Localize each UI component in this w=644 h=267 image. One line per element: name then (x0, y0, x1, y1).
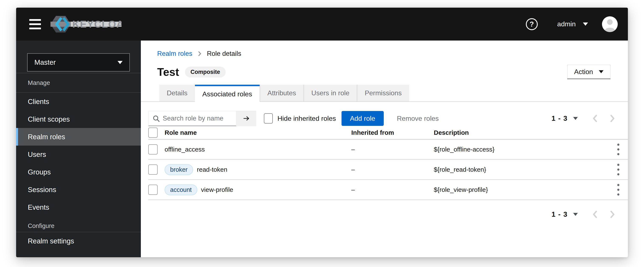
main-content: Realm roles Role details Test Composite … (141, 41, 628, 257)
search-submit-button[interactable] (236, 111, 256, 126)
action-dropdown-label: Action (574, 68, 593, 76)
row-checkbox[interactable] (148, 164, 158, 175)
sidebar: Master Manage Clients Client scopes Real… (16, 41, 141, 257)
inherited-from-value: – (351, 146, 434, 153)
hide-inherited-roles-checkbox[interactable] (264, 113, 273, 124)
sidebar-item-realm-settings[interactable]: Realm settings (16, 232, 141, 250)
client-badge: account (164, 184, 197, 195)
chevron-right-icon (610, 114, 616, 123)
pagination-range-dropdown[interactable]: 1 - 3 (552, 114, 578, 122)
page-title: Test (157, 66, 179, 78)
caret-down-icon (599, 70, 604, 73)
kebab-icon (617, 183, 620, 196)
column-header-inherited-from: Inherited from (351, 129, 434, 136)
caret-down-icon (583, 23, 588, 26)
search-input[interactable] (148, 111, 236, 126)
breadcrumb-realm-roles-link[interactable]: Realm roles (157, 50, 192, 58)
caret-down-icon (118, 61, 122, 64)
row-kebab-menu-button[interactable] (616, 162, 621, 177)
pagination-range-label: 1 - 3 (552, 114, 568, 122)
row-kebab-menu-button[interactable] (616, 182, 621, 197)
sidebar-item-events[interactable]: Events (16, 198, 141, 216)
nav-toggle-button[interactable] (29, 19, 41, 29)
arrow-right-icon (242, 115, 251, 122)
role-description: ${role_view-profile} (434, 186, 609, 193)
svg-text:KEYCLOAK: KEYCLOAK (72, 19, 122, 30)
avatar[interactable] (602, 16, 618, 32)
role-name: view-profile (201, 186, 233, 193)
hide-inherited-roles-group: Hide inherited roles (264, 113, 336, 124)
sidebar-item-groups[interactable]: Groups (16, 163, 141, 181)
chevron-right-icon (610, 210, 616, 219)
table-row: broker read-token – ${role_read-token} (148, 160, 628, 180)
table-row: account view-profile – ${role_view-profi… (148, 180, 628, 200)
sidebar-nav: Clients Client scopes Realm roles Users … (16, 93, 141, 216)
sidebar-item-realm-roles[interactable]: Realm roles (16, 128, 141, 146)
pagination-prev-button[interactable] (592, 210, 598, 219)
breadcrumb-current: Role details (207, 50, 241, 58)
tab-permissions[interactable]: Permissions (357, 85, 409, 101)
tabs: Details Associated roles Attributes User… (141, 85, 628, 102)
kebab-icon (617, 163, 620, 176)
help-icon[interactable]: ? (526, 18, 538, 30)
chevron-left-icon (592, 210, 598, 219)
app-body: Master Manage Clients Client scopes Real… (16, 41, 628, 257)
role-description: ${role_offline-access} (434, 146, 609, 153)
page-header: Realm roles Role details Test Composite … (141, 41, 628, 79)
row-checkbox[interactable] (148, 144, 158, 154)
column-header-role-name: Role name (164, 129, 351, 136)
sidebar-item-clients[interactable]: Clients (16, 93, 141, 110)
title-row: Test Composite Action (157, 65, 610, 79)
chevron-right-icon (198, 51, 201, 57)
pagination-next-button[interactable] (610, 210, 616, 219)
row-kebab-menu-button[interactable] (616, 142, 621, 157)
kebab-icon (617, 143, 620, 156)
chevron-left-icon (592, 114, 598, 123)
row-checkbox[interactable] (148, 185, 158, 195)
sidebar-item-sessions[interactable]: Sessions (16, 181, 141, 198)
pagination-bottom: 1 - 3 (552, 210, 616, 219)
add-role-button[interactable]: Add role (342, 111, 384, 126)
sidebar-item-client-scopes[interactable]: Client scopes (16, 110, 141, 128)
realm-selector-dropdown[interactable]: Master (27, 53, 130, 72)
select-all-checkbox[interactable] (148, 128, 158, 138)
pagination-prev-button[interactable] (592, 114, 598, 123)
pagination-range-dropdown[interactable]: 1 - 3 (552, 210, 578, 218)
nav-section-configure: Configure (16, 220, 141, 232)
nav-section-manage: Manage (16, 73, 141, 92)
caret-down-icon (573, 213, 578, 216)
table-row: offline_access – ${role_offline-access} (148, 140, 628, 160)
search-icon (152, 115, 160, 122)
tab-attributes[interactable]: Attributes (260, 85, 304, 101)
action-dropdown[interactable]: Action (567, 65, 610, 79)
inherited-from-value: – (351, 166, 434, 173)
masthead-toolbar: ? admin (526, 16, 618, 32)
associated-roles-table: Role name Inherited from Description off… (148, 126, 628, 200)
user-menu-dropdown[interactable]: admin (557, 20, 588, 28)
hide-inherited-roles-label: Hide inherited roles (278, 115, 336, 122)
user-avatar-icon (602, 16, 618, 32)
role-name: offline_access (164, 146, 205, 153)
pagination-top: 1 - 3 (552, 114, 616, 123)
client-badge: broker (164, 164, 193, 175)
app-window: KEYCLOAK ? admin Master (16, 8, 628, 257)
sidebar-item-users[interactable]: Users (16, 146, 141, 163)
sidebar-nav-configure: Realm settings (16, 232, 141, 250)
hamburger-icon (29, 19, 41, 21)
masthead: KEYCLOAK ? admin (16, 8, 628, 41)
realm-selector-value: Master (34, 58, 56, 66)
inherited-from-value: – (351, 186, 434, 193)
composite-badge: Composite (185, 67, 226, 78)
tab-associated-roles[interactable]: Associated roles (195, 85, 260, 102)
pagination-bottom-row: 1 - 3 (141, 210, 628, 219)
keycloak-logo: KEYCLOAK (50, 15, 122, 33)
search-group (148, 111, 256, 126)
table-header-row: Role name Inherited from Description (148, 126, 628, 140)
tab-users-in-role[interactable]: Users in role (304, 85, 357, 101)
username-label: admin (557, 20, 576, 28)
roles-toolbar: Hide inherited roles Add role Remove rol… (141, 111, 628, 126)
pagination-range-label: 1 - 3 (552, 210, 568, 218)
remove-roles-button[interactable]: Remove roles (397, 115, 439, 122)
tab-details[interactable]: Details (159, 85, 195, 101)
pagination-next-button[interactable] (610, 114, 616, 123)
